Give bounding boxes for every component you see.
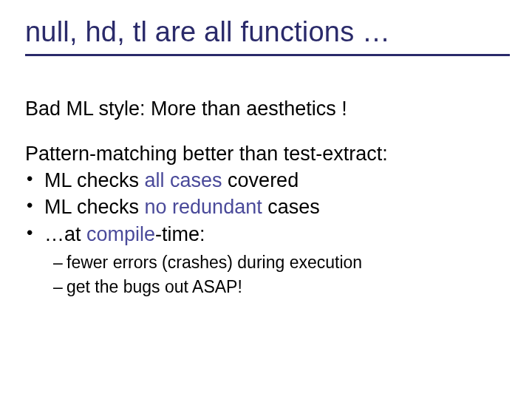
list-item: fewer errors (crashes) during execution (53, 250, 510, 274)
list-item: ML checks all cases covered (25, 167, 510, 194)
bullet-text-post: -time: (155, 223, 205, 245)
slide-subtitle: Bad ML style: More than aesthetics ! (25, 98, 510, 120)
sub-bullet-list: fewer errors (crashes) during execution … (53, 250, 510, 298)
bullet-text-em: all cases (145, 169, 222, 191)
bullet-text-post: cases (262, 196, 320, 218)
list-item: get the bugs out ASAP! (53, 275, 510, 299)
slide-title: null, hd, tl are all functions … (25, 16, 510, 56)
list-item: …at compile-time: (25, 221, 510, 248)
bullet-text-pre: ML checks (44, 196, 145, 218)
bullet-text-pre: …at (44, 223, 86, 245)
list-item: ML checks no redundant cases (25, 194, 510, 220)
bullet-text-post: covered (222, 169, 299, 191)
bullet-list: ML checks all cases covered ML checks no… (25, 167, 510, 248)
lead-line: Pattern-matching better than test-extrac… (25, 143, 510, 166)
bullet-text-em: no redundant (145, 196, 262, 218)
bullet-text-em: compile (86, 223, 155, 245)
bullet-text-pre: ML checks (44, 169, 145, 191)
